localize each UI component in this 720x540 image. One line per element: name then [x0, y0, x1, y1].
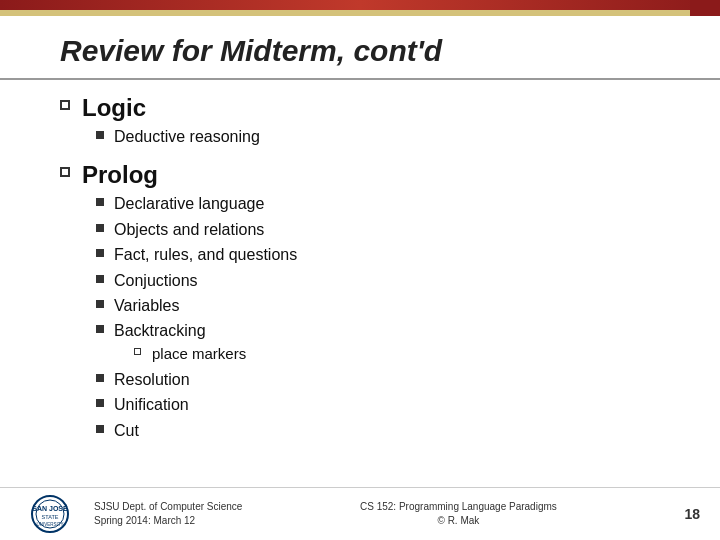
footer-center-line1: CS 152: Programming Language Paradigms	[242, 500, 674, 514]
footer-left-line2: Spring 2014: March 12	[94, 514, 242, 528]
backtracking-text: Backtracking	[114, 322, 206, 339]
bt-bullet-icon	[96, 320, 114, 333]
backtracking-block: Backtracking place markers	[114, 320, 246, 365]
square-bullet-2	[60, 167, 70, 177]
uni-bullet-icon	[96, 394, 114, 407]
svg-text:UNIVERSITY: UNIVERSITY	[36, 522, 63, 527]
small-square-cut	[96, 425, 104, 433]
logic-title: Logic	[82, 94, 660, 122]
small-square-bt	[96, 325, 104, 333]
unification-text: Unification	[114, 394, 189, 416]
footer-left: SJSU Dept. of Computer Science Spring 20…	[94, 500, 242, 528]
footer-center: CS 152: Programming Language Paradigms ©…	[242, 500, 674, 528]
objects-relations-text: Objects and relations	[114, 219, 264, 241]
res-bullet-icon	[96, 369, 114, 382]
prolog-section: Prolog Declarative language Objects and …	[60, 161, 660, 445]
or-bullet-icon	[96, 219, 114, 232]
small-square-uni	[96, 399, 104, 407]
svg-text:STATE: STATE	[42, 514, 59, 520]
content-area: Logic Deductive reasoning Prolog	[0, 88, 720, 487]
slide: Review for Midterm, cont'd Logic Deducti…	[0, 0, 720, 540]
small-square-var	[96, 300, 104, 308]
place-markers-text: place markers	[152, 343, 246, 364]
small-square-cj	[96, 275, 104, 283]
small-square-dl	[96, 198, 104, 206]
variables-text: Variables	[114, 295, 180, 317]
fact-rules-text: Fact, rules, and questions	[114, 244, 297, 266]
fact-rules-item: Fact, rules, and questions	[96, 244, 660, 266]
small-square-fr	[96, 249, 104, 257]
deductive-reasoning-item: Deductive reasoning	[96, 126, 660, 148]
logic-section: Logic Deductive reasoning	[60, 94, 660, 151]
prolog-sub-bullets: Declarative language Objects and relatio…	[96, 193, 660, 442]
title-text-italic: cont'd	[353, 34, 442, 67]
footer-left-line1: SJSU Dept. of Computer Science	[94, 500, 242, 514]
deductive-bullet-icon	[96, 126, 114, 139]
var-bullet-icon	[96, 295, 114, 308]
backtracking-item: Backtracking place markers	[96, 320, 660, 365]
prolog-bullet-icon	[60, 161, 82, 177]
footer: SAN JOSÉ STATE UNIVERSITY SJSU Dept. of …	[0, 487, 720, 540]
logic-bullet-icon	[60, 94, 82, 110]
cut-item: Cut	[96, 420, 660, 442]
cut-bullet-icon	[96, 420, 114, 433]
objects-relations-item: Objects and relations	[96, 219, 660, 241]
declarative-language-text: Declarative language	[114, 193, 264, 215]
title-area: Review for Midterm, cont'd	[0, 16, 720, 80]
variables-item: Variables	[96, 295, 660, 317]
unification-item: Unification	[96, 394, 660, 416]
square-bullet	[60, 100, 70, 110]
footer-page-number: 18	[684, 506, 700, 522]
fr-bullet-icon	[96, 244, 114, 257]
top-right-box	[690, 0, 720, 16]
tiny-square-pm	[134, 348, 141, 355]
prolog-title: Prolog	[82, 161, 660, 189]
declarative-language-item: Declarative language	[96, 193, 660, 215]
conjuctions-text: Conjuctions	[114, 270, 198, 292]
sjsu-logo: SAN JOSÉ STATE UNIVERSITY	[20, 494, 80, 534]
small-square-res	[96, 374, 104, 382]
top-bar	[0, 0, 720, 10]
cj-bullet-icon	[96, 270, 114, 283]
dl-bullet-icon	[96, 193, 114, 206]
small-square	[96, 131, 104, 139]
backtracking-sub: place markers	[134, 343, 246, 364]
svg-text:SAN JOSÉ: SAN JOSÉ	[32, 504, 68, 512]
small-square-or	[96, 224, 104, 232]
slide-title: Review for Midterm, cont'd	[60, 34, 660, 68]
deductive-reasoning-text: Deductive reasoning	[114, 126, 260, 148]
pm-bullet-icon	[134, 343, 152, 355]
prolog-content: Prolog Declarative language Objects and …	[82, 161, 660, 445]
resolution-item: Resolution	[96, 369, 660, 391]
place-markers-item: place markers	[134, 343, 246, 364]
conjuctions-item: Conjuctions	[96, 270, 660, 292]
footer-center-line2: © R. Mak	[242, 514, 674, 528]
logic-content: Logic Deductive reasoning	[82, 94, 660, 151]
title-text-normal: Review for Midterm,	[60, 34, 345, 67]
logic-sub-bullets: Deductive reasoning	[96, 126, 660, 148]
sjsu-logo-svg: SAN JOSÉ STATE UNIVERSITY	[20, 494, 80, 534]
resolution-text: Resolution	[114, 369, 190, 391]
cut-text: Cut	[114, 420, 139, 442]
